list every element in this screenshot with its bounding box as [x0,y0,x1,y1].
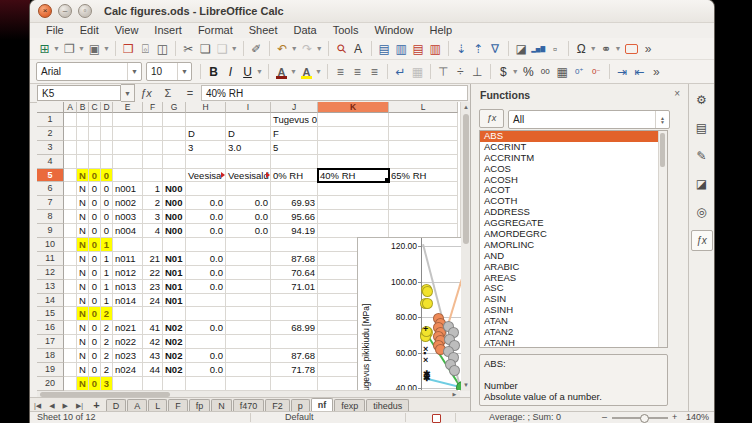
cell-F3[interactable] [143,141,163,155]
cell-K8[interactable] [318,210,389,224]
cell-J7[interactable]: 69.93 [271,196,318,210]
cell-H6[interactable] [186,182,226,196]
cell-I18[interactable] [226,349,271,363]
format-date-icon[interactable]: ▦ [555,63,570,80]
cell-A1[interactable] [64,113,77,127]
cell-J12[interactable]: 70.64 [271,266,318,280]
cell-J13[interactable]: 71.01 [271,280,318,294]
cell-H11[interactable]: 0.0 [186,252,226,266]
menu-tools[interactable]: Tools [325,24,367,36]
cell-D2[interactable] [101,127,113,141]
close-button[interactable]: × [38,4,52,18]
menu-help[interactable]: Help [422,24,461,36]
cell-H10[interactable] [186,238,226,252]
cell-A9[interactable] [64,224,77,238]
format-percent-icon[interactable]: % [521,63,536,80]
cell-D13[interactable]: 1 [101,280,113,294]
cell-I1[interactable] [226,113,271,127]
cell-I2[interactable]: D [226,127,271,141]
new-document-dropdown-icon[interactable]: ▼ [53,45,60,52]
cell-G12[interactable]: N01 [163,266,186,280]
zoom-slider-knob[interactable] [640,414,649,423]
cell-B8[interactable]: N [77,210,89,224]
cell-F11[interactable]: 21 [143,252,163,266]
row-header-6[interactable]: 6 [37,182,64,196]
cell-G11[interactable]: N01 [163,252,186,266]
cell-E11[interactable]: n011 [113,252,143,266]
underline-dropdown-icon[interactable]: ▼ [256,68,263,75]
cell-C8[interactable]: 0 [89,210,101,224]
row-header-2[interactable]: 2 [37,127,64,141]
sidebar-tab-functions-icon[interactable]: ƒx [691,230,713,251]
cell-F2[interactable] [143,127,163,141]
menu-edit[interactable]: Edit [72,24,107,36]
insert-image-icon[interactable]: ◪ [514,40,529,57]
special-character-icon[interactable]: Ω [574,40,589,57]
cell-H14[interactable] [186,294,226,308]
cell-F5[interactable] [143,169,163,183]
menu-insert[interactable]: Insert [146,24,190,36]
export-pdf-icon[interactable]: ❒ [121,40,136,57]
cell-K1[interactable] [318,113,389,127]
cell-G20[interactable] [163,377,186,391]
cell-D18[interactable]: 2 [101,349,113,363]
vertical-scrollbar-thumb[interactable] [463,114,469,244]
cell-B4[interactable] [77,155,89,169]
cell-D10[interactable]: 1 [101,238,113,252]
column-header-J[interactable]: J [271,102,318,113]
cell-L5[interactable]: 65% RH [389,169,458,183]
cell-B7[interactable]: N [77,196,89,210]
cell-G16[interactable]: N02 [163,321,186,335]
align-top-icon[interactable]: ⊤ [436,63,451,80]
cell-B14[interactable]: N [77,294,89,308]
cell-K3[interactable] [318,141,389,155]
cell-H12[interactable]: 0.0 [186,266,226,280]
cell-J6[interactable] [271,182,318,196]
menu-format[interactable]: Format [190,24,241,36]
cell-A20[interactable] [64,377,77,391]
cell-J9[interactable]: 94.19 [271,224,318,238]
cell-G2[interactable] [163,127,186,141]
increase-indent-icon[interactable]: ⇥ [615,63,630,80]
cell-B12[interactable]: N [77,266,89,280]
sidebar-tab-sidebar-settings-icon[interactable]: ⚙ [692,90,712,109]
cell-G1[interactable] [163,113,186,127]
row-header-1[interactable]: 1 [37,113,64,127]
hyperlink-icon[interactable]: ⚭ [599,40,614,57]
cell-A19[interactable] [64,363,77,377]
cell-E8[interactable]: n003 [113,210,143,224]
decrease-indent-icon[interactable]: ⇤ [632,63,647,80]
cell-J5[interactable]: 0% RH [271,169,318,183]
cell-L6[interactable] [389,182,458,196]
cell-F14[interactable]: 24 [143,294,163,308]
cell-C3[interactable] [89,141,101,155]
cell-F15[interactable] [143,307,163,321]
cell-A3[interactable] [64,141,77,155]
delete-row-icon[interactable]: ▤ [411,40,426,57]
cell-A4[interactable] [64,155,77,169]
cell-H16[interactable]: 0.0 [186,321,226,335]
cell-C16[interactable]: 0 [89,321,101,335]
cell-E9[interactable]: n004 [113,224,143,238]
function-item-amorlinc[interactable]: AMORLINC [480,240,667,251]
cell-F17[interactable]: 42 [143,335,163,349]
cell-C13[interactable]: 0 [89,280,101,294]
paste-icon[interactable]: ❑ [215,40,230,57]
cell-D5[interactable]: 0 [101,169,113,183]
column-header-G[interactable]: G [163,102,186,113]
cell-E17[interactable]: n022 [113,335,143,349]
cell-E2[interactable] [113,127,143,141]
delete-column-icon[interactable]: ▥ [428,40,443,57]
sidebar-tab-styles-icon[interactable]: ✎ [692,146,712,165]
cell-H20[interactable] [186,377,226,391]
cell-I6[interactable] [226,182,271,196]
cell-G14[interactable]: N01 [163,294,186,308]
function-item-areas[interactable]: AREAS [480,273,667,284]
cell-E1[interactable] [113,113,143,127]
center-vertically-icon[interactable]: ÷ [453,63,468,80]
cell-K6[interactable] [318,182,389,196]
cell-B3[interactable] [77,141,89,155]
undo-icon[interactable]: ↶ [275,40,290,57]
cell-D14[interactable]: 1 [101,294,113,308]
font-size-combo[interactable]: 10 ▼ [146,62,192,81]
